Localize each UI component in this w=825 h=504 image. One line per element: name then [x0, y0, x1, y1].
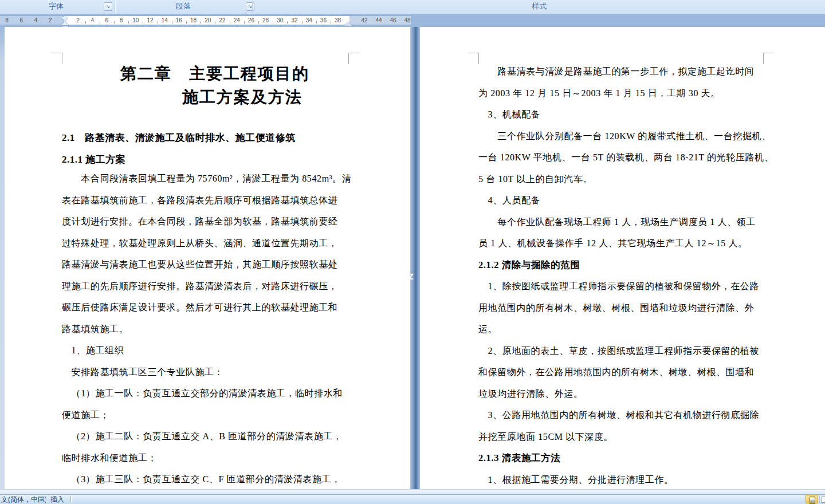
text-line[interactable]: 运。 — [478, 318, 769, 340]
text-line[interactable]: 3、机械配备 — [478, 104, 769, 125]
group-separator — [252, 1, 253, 13]
hanging-indent-marker[interactable] — [61, 21, 68, 25]
word-two-page-view: { "ribbon": { "groups": [ {"label": "字体"… — [0, 0, 825, 504]
text-line[interactable]: 路基清淤与清表施工也要从这些位置开始，其施工顺序按照软基处 — [62, 254, 358, 275]
text-line[interactable]: 为 2003 年 12 月 15 日～2003 年 1 月 15 日，工期 30… — [478, 82, 769, 104]
font-dialog-launcher-icon[interactable]: ↘ — [104, 2, 112, 11]
ruler-number: 44 — [374, 17, 383, 23]
ruler-tick — [316, 21, 317, 23]
first-line-indent-marker[interactable] — [61, 17, 68, 21]
ribbon-group-font-label: 字体 — [0, 0, 112, 13]
print-layout-view-button[interactable] — [806, 495, 818, 503]
cropmark-left-page-topright — [348, 53, 359, 64]
right-page-body-text: 路基清表与清淤是路基施工的第一步工作，拟定施工起讫时间为 2003 年 12 月… — [478, 61, 769, 490]
cropmark-right-page-topleft — [468, 53, 479, 64]
horizontal-scrollbar[interactable] — [0, 489, 825, 494]
ruler-tick — [85, 21, 86, 23]
horizontal-ruler[interactable]: 8642 2468101214161820222426283032343638 … — [0, 14, 825, 27]
ruler-number: 34 — [304, 17, 313, 23]
ruler-tick — [215, 21, 215, 23]
text-line[interactable]: 表在路基填筑前施工，各路段清表先后顺序可根据路基填筑总体进 — [62, 190, 358, 211]
document-left-gutter — [0, 27, 5, 489]
ruler-tick — [287, 21, 288, 23]
ribbon-group-strip: 字体 段落 样式 ↘ ↘ — [0, 0, 825, 14]
chapter-title-line-2[interactable]: 施工方案及方法 — [182, 86, 302, 108]
chapter-title-line-1[interactable]: 第二章 主要工程项目的 — [120, 63, 309, 85]
ruler-number: 30 — [276, 17, 285, 23]
full-screen-reading-view-button[interactable] — [819, 495, 825, 503]
ruler-number: 6 — [102, 17, 111, 23]
text-line[interactable]: 路基清表与清淤是路基施工的第一步工作，拟定施工起讫时间 — [478, 61, 769, 82]
text-line[interactable]: 临时排水和便道施工； — [62, 447, 358, 469]
ruler-tick — [244, 21, 245, 23]
ruler-number: 8 — [117, 17, 126, 23]
paragraph-dialog-launcher-icon[interactable]: ↘ — [246, 2, 254, 11]
text-line[interactable]: 过特殊处理，软基处理原则上从桥头、涵洞、通道位置先期动工， — [62, 233, 358, 254]
text-line[interactable]: 1、施工组织 — [62, 340, 358, 361]
ruler-number: 18 — [189, 17, 198, 23]
ruler-tick — [158, 21, 158, 23]
ruler-number: 28 — [261, 17, 270, 23]
status-insert-mode[interactable]: 插入 — [50, 495, 64, 504]
text-line[interactable]: 垃圾均进行清除、外运。 — [478, 383, 769, 405]
text-line[interactable]: 三个作业队分别配备一台 120KW 的履带式推土机、一台挖掘机、 — [478, 125, 769, 147]
ruler-number: 10 — [131, 17, 140, 23]
ruler-tick — [100, 21, 100, 23]
cropmark-left-page-topleft — [52, 53, 62, 64]
text-line[interactable]: 便道施工； — [62, 404, 358, 426]
ribbon-group-styles-label: 样式 — [254, 0, 825, 13]
text-line[interactable]: 本合同段清表回填工程量为 75760m²，清淤工程量为 8542m³。清 — [62, 168, 358, 190]
print-layout-icon — [810, 497, 815, 504]
ruler-number: 2 — [73, 17, 82, 23]
ruler-tick — [302, 21, 302, 23]
text-line[interactable]: 安排路基填筑工区三个专业队施工： — [62, 361, 358, 383]
ruler-number: 12 — [146, 17, 155, 23]
ruler-number: 24 — [232, 17, 241, 23]
status-language[interactable]: 文(简体，中国) — [1, 495, 47, 504]
text-line[interactable]: 每个作业队配备现场工程师 1 人，现场生产调度员 1 人、领工 — [478, 211, 769, 233]
section-heading-2-1-1[interactable]: 2.1.1 施工方案 — [62, 153, 125, 166]
text-line[interactable]: 3、公路用地范围内的所有树墩、树根和其它有机物进行彻底掘除 — [478, 404, 769, 426]
text-line[interactable]: 2、原地面的表土、草皮，按图纸或监理工程师指示要保留的植被 — [478, 340, 769, 362]
right-indent-marker[interactable] — [344, 22, 352, 26]
view-shortcuts — [806, 495, 825, 504]
text-line[interactable]: （2）施工二队：负责互通立交 A、B 匝道部分的清淤清表施工， — [62, 426, 358, 447]
text-line[interactable]: 员 1 人、机械设备操作手 12 人、其它现场生产工人 12～15 人。 — [478, 233, 769, 254]
text-line[interactable]: 一台 120KW 平地机、一台 5T 的装载机、两台 18-21T 的光轮压路机… — [478, 147, 769, 168]
text-line[interactable]: （1）施工一队：负责互通立交部分的清淤清表施工，临时排水和 — [62, 383, 358, 404]
text-line[interactable]: 路基填筑施工。 — [62, 318, 358, 340]
ruler-number: 20 — [203, 17, 213, 23]
ruler-number: 32 — [290, 17, 299, 23]
text-line[interactable]: （3）施工三队：负责互通立交 C、F 匝道部分的清淤清表施工， — [62, 468, 358, 490]
text-line[interactable]: 4、人员配备 — [478, 190, 769, 211]
text-line[interactable]: 和保留物外，在公路用地范围内的所有树木、树墩、树根、围墙和 — [478, 361, 769, 383]
ruler-number: 42 — [360, 17, 369, 23]
text-line[interactable]: 并挖至原地面 15CM 以下深度。 — [478, 426, 769, 448]
full-screen-reading-icon — [822, 497, 825, 503]
ruler-number: 4 — [88, 17, 97, 23]
section-heading-2-1[interactable]: 2.1 路基清表、清淤施工及临时排水、施工便道修筑 — [62, 131, 296, 144]
text-line[interactable]: 1、除按图纸或监理工程师指示要保留的植被和保留物外，在公路 — [478, 275, 769, 297]
ruler-number: 8 — [2, 17, 11, 23]
ruler-number: 4 — [31, 17, 40, 23]
left-page-body-text: 本合同段清表回填工程量为 75760m²，清淤工程量为 8542m³。清表在路基… — [62, 168, 358, 490]
ribbon-group-paragraph-label: 段落 — [116, 0, 250, 13]
text-line[interactable]: 碾压后使路床满足设计要求。然后才可进行其上的软基处理施工和 — [62, 297, 358, 318]
text-line[interactable]: 理施工的先后顺序进行安排。路基清淤清表后，对路床进行碾压， — [62, 275, 358, 297]
ruler-number: 22 — [218, 17, 227, 23]
text-line[interactable]: 2.1.3 清表施工方法 — [478, 447, 769, 469]
ruler-tick — [273, 21, 273, 23]
ruler-tick — [258, 21, 259, 23]
watermark-text: CZ — [402, 272, 414, 281]
ruler-number: 36 — [319, 17, 328, 23]
ruler-tick — [143, 21, 143, 23]
ruler-number: 46 — [388, 17, 398, 23]
text-line[interactable]: 用地范围内的所有树木、树墩、树根、围墙和垃圾均进行清除、外 — [478, 297, 769, 319]
text-line[interactable]: 度计划进行安排。在本合同段，路基全部为软基，路基填筑前要经 — [62, 211, 358, 233]
text-line[interactable]: 1、根据施工需要分期、分批进行清理工作。 — [478, 469, 769, 491]
ruler-tick — [331, 21, 331, 23]
text-line[interactable]: 5 台 10T 以上的自卸汽车。 — [478, 168, 769, 190]
ruler-number: 26 — [246, 17, 256, 23]
ruler-tick — [230, 21, 230, 23]
text-line[interactable]: 2.1.2 清除与掘除的范围 — [478, 254, 769, 276]
